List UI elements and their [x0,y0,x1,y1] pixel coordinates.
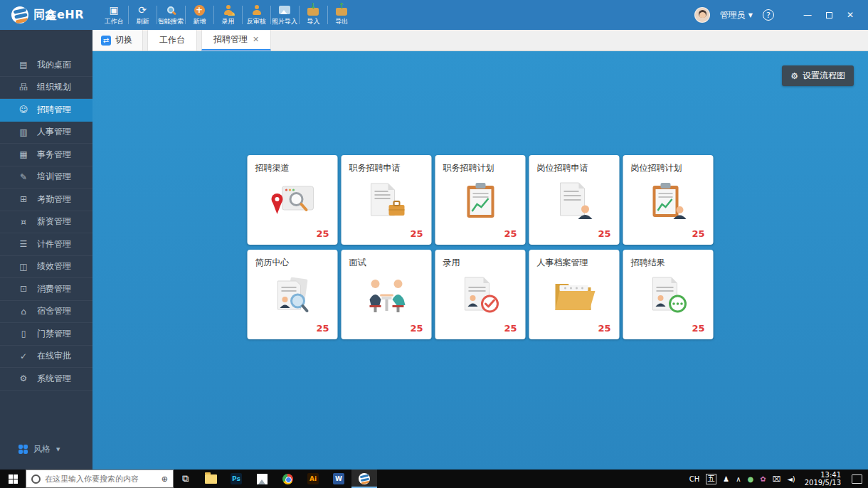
sidebar-item-consumption[interactable]: ⊡ 消费管理 [0,278,92,301]
photos-icon [257,474,268,484]
main-content: ⚙ 设置流程图 招聘渠道 [92,51,868,470]
network-icon[interactable]: ⌧ [773,475,781,483]
sidebar-item-attendance[interactable]: ⊞ 考勤管理 [0,189,92,211]
doc-briefcase-icon [366,183,406,221]
unaudit-button[interactable]: 反审核 [242,0,270,30]
header-toolbar: ▣ 工作台 ⟳ 刷新 智能搜索 + 新增 录用 反审核 照片导入 ↓ 导 [100,0,356,30]
hidden-icons-chevron[interactable]: ∧ [736,475,741,483]
close-tab-icon[interactable]: ✕ [253,35,259,44]
language-indicator[interactable]: CH [689,475,700,483]
affairs-icon: ▦ [18,149,28,159]
logo-icon [11,6,28,23]
clock-date: 2019/5/13 [805,479,841,487]
card-personnel-archives[interactable]: 人事档案管理 25 [529,250,620,339]
close-button[interactable]: ✕ [840,5,861,25]
volume-icon[interactable]: ◄) [787,475,795,483]
sidebar-item-hr[interactable]: ▥ 人事管理 [0,122,92,144]
org-icon: 品 [18,81,28,93]
smart-search-button[interactable]: 智能搜索 [157,0,185,30]
clipboard-chart-icon [464,182,497,222]
action-center-icon[interactable] [852,474,862,484]
training-icon: ✎ [18,172,28,182]
task-view-button[interactable]: ⧉ [174,470,198,488]
card-resume-center[interactable]: 简历中心 25 [248,250,338,339]
sidebar-item-affairs[interactable]: ▦ 事务管理 [0,144,92,166]
sidebar-menu: ▤ 我的桌面 品 组织规划 ☺ 招聘管理 ▥ 人事管理 ▦ 事务管理 ✎ 培训管… [0,54,92,391]
chrome-icon [282,474,293,484]
export-button[interactable]: ↑ 导出 [327,0,356,30]
search-input[interactable] [45,474,157,484]
card-recruitment-channel[interactable]: 招聘渠道 25 [248,155,338,245]
add-button[interactable]: + 新增 [185,0,213,30]
card-interview[interactable]: 面试 [342,250,432,339]
refresh-button[interactable]: ⟳ 刷新 [128,0,157,30]
smart-search-icon [167,4,174,16]
set-flowchart-button[interactable]: ⚙ 设置流程图 [782,65,854,86]
chevron-down-icon: ▼ [56,447,60,452]
sidebar-item-salary[interactable]: ¤ 薪资管理 [0,211,92,234]
approval-icon: ✓ [18,351,28,361]
hire-button[interactable]: 录用 [213,0,242,30]
tray-app-icon-1[interactable]: ● [747,475,753,483]
clipboard-person-icon [650,182,687,222]
sidebar-item-dormitory[interactable]: ⌂ 宿舍管理 [0,301,92,324]
taskbar-ehr-app[interactable] [351,470,377,488]
sidebar-item-system[interactable]: ⚙ 系统管理 [0,368,92,391]
tray-app-icon-2[interactable]: ✿ [760,475,766,483]
system-icon: ⚙ [18,373,28,383]
card-recruitment-result[interactable]: 招聘结果 [623,250,714,339]
taskbar-photoshop[interactable]: Ps [223,470,249,488]
switch-icon: ⇄ [101,36,111,46]
taskbar-file-explorer[interactable] [198,470,223,488]
sidebar-item-recruitment[interactable]: ☺ 招聘管理 [0,99,92,122]
sidebar-item-training[interactable]: ✎ 培训管理 [0,166,92,189]
user-avatar[interactable] [694,7,710,23]
sidebar-item-performance[interactable]: ◫ 绩效管理 [0,256,92,279]
access-icon: ▯ [18,329,28,339]
taskbar-word[interactable]: W [326,470,351,488]
workbench-button[interactable]: ▣ 工作台 [100,0,128,30]
ehr-app-icon [359,473,370,484]
start-button[interactable] [0,470,26,488]
switch-button[interactable]: ⇄ 切换 [92,30,143,51]
card-position-recruit-plan[interactable]: 职务招聘计划 25 [435,155,526,245]
style-switcher[interactable]: 风格 ▼ [0,443,92,470]
tab-workbench[interactable]: 工作台 [147,30,197,51]
ime-indicator[interactable]: 五 [706,474,716,484]
sidebar-item-org-planning[interactable]: 品 组织规划 [0,77,92,100]
card-post-recruit-request[interactable]: 岗位招聘申请 25 [529,155,620,245]
taskbar-search[interactable]: ⊕ [26,470,174,488]
import-icon: ↓ [307,4,319,16]
tab-recruitment[interactable]: 招聘管理 ✕ [201,30,271,51]
taskbar-photos[interactable] [249,470,275,488]
sidebar-item-online-approval[interactable]: ✓ 在线审批 [0,346,92,368]
sidebar-item-my-desktop[interactable]: ▤ 我的桌面 [0,54,92,77]
photo-import-button[interactable]: 照片导入 [270,0,299,30]
module-card-grid: 招聘渠道 25 [248,155,714,339]
resume-search-icon [273,277,312,317]
unaudit-icon [253,4,260,16]
interview-people-icon [364,278,409,315]
sidebar-item-access-control[interactable]: ▯ 门禁管理 [0,323,92,346]
taskbar-clock[interactable]: 13:41 2019/5/13 [802,471,844,487]
windows-logo-icon [9,474,18,484]
card-hire[interactable]: 录用 25 [435,250,526,339]
people-icon[interactable]: ♟ [723,475,729,483]
taskbar-illustrator[interactable]: Ai [300,470,326,488]
sidebar: ▤ 我的桌面 品 组织规划 ☺ 招聘管理 ▥ 人事管理 ▦ 事务管理 ✎ 培训管… [0,30,92,470]
card-position-recruit-request[interactable]: 职务招聘申请 25 [342,155,432,245]
sidebar-item-piecework[interactable]: ☰ 计件管理 [0,233,92,256]
taskbar-chrome[interactable] [275,470,300,488]
help-button[interactable]: ? [763,9,774,21]
user-menu[interactable]: 管理员 ▼ [720,9,753,21]
card-post-recruit-plan[interactable]: 岗位招聘计划 25 [623,155,714,245]
maximize-button[interactable] [818,5,840,25]
cortana-icon [31,474,41,484]
result-dots-icon [648,277,688,317]
microphone-icon: ⊕ [162,474,168,484]
minimize-button[interactable]: — [797,5,818,25]
hr-icon: ▥ [18,127,28,137]
import-button[interactable]: ↓ 导入 [299,0,327,30]
refresh-icon: ⟳ [138,4,147,16]
photoshop-icon: Ps [231,473,242,484]
